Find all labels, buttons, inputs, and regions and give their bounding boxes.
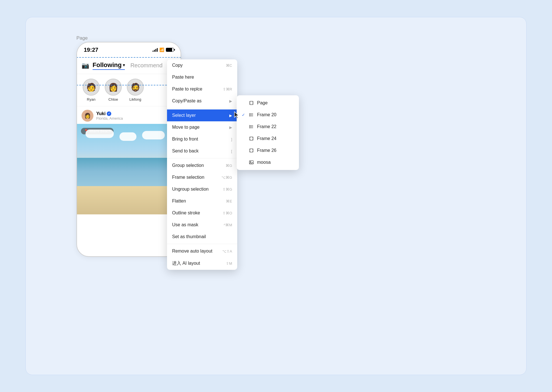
following-label: Following bbox=[93, 61, 122, 69]
phone-mockup: 19:27 📶 📷 Following ▾ Recom bbox=[76, 42, 181, 257]
svg-point-24 bbox=[250, 161, 251, 162]
outline-stroke-shortcut: ⇧⌘O bbox=[222, 211, 232, 215]
ctx-move-to-page[interactable]: Move to page ▶ bbox=[167, 121, 237, 133]
submenu-frame22[interactable]: ✓ Frame 22 bbox=[237, 121, 299, 133]
copy-paste-arrow-icon: ▶ bbox=[229, 99, 232, 103]
submenu-frame22-label: Frame 22 bbox=[257, 124, 276, 129]
submenu-page-label: Page bbox=[257, 100, 268, 105]
post-header: 👩 Yuki ✓ Florida, America bbox=[77, 106, 181, 124]
submenu-page[interactable]: ✓ Page bbox=[237, 97, 299, 109]
copy-paste-as-label: Copy/Paste as bbox=[172, 98, 202, 104]
use-as-mask-label: Use as mask bbox=[172, 222, 198, 227]
ctx-set-as-thumbnail[interactable]: Set as thumbnail bbox=[167, 231, 237, 243]
group-selection-shortcut: ⌘G bbox=[226, 163, 232, 168]
submenu-frame26-label: Frame 26 bbox=[257, 148, 276, 153]
beach-sand bbox=[77, 186, 181, 214]
ctx-group-selection[interactable]: Group selection ⌘G bbox=[167, 160, 237, 171]
select-layer-label: Select layer bbox=[172, 113, 196, 118]
paste-to-replace-shortcut: ⇧⌘R bbox=[223, 87, 232, 91]
status-time: 19:27 bbox=[84, 47, 98, 53]
use-as-mask-shortcut: ^⌘M bbox=[224, 223, 232, 227]
ctx-divider-2 bbox=[167, 158, 237, 158]
story-item[interactable]: 🧑 Ryan bbox=[83, 79, 100, 102]
ctx-send-to-back[interactable]: Send to back [ bbox=[167, 145, 237, 157]
set-as-thumbnail-label: Set as thumbnail bbox=[172, 234, 206, 239]
frame-icon bbox=[249, 136, 254, 141]
story-name-likfong: Likfong bbox=[129, 97, 141, 102]
wifi-icon: 📶 bbox=[159, 48, 164, 52]
svg-rect-13 bbox=[250, 137, 253, 140]
story-name-ryan: Ryan bbox=[87, 97, 95, 102]
ctx-frame-selection[interactable]: Frame selection ⌥⌘G bbox=[167, 171, 237, 183]
stories-row: 🧑 Ryan 👩 Chloe 🧔 Likfong bbox=[77, 74, 181, 106]
send-to-back-shortcut: [ bbox=[231, 149, 232, 153]
beach-image: 📍 Miami Beach bbox=[77, 124, 181, 214]
ai-layout-label: 进入 AI layout bbox=[172, 260, 200, 266]
svg-rect-0 bbox=[250, 101, 253, 105]
ctx-copy-paste-as[interactable]: Copy/Paste as ▶ bbox=[167, 95, 237, 107]
phone-nav: 📷 Following ▾ Recommend ⛶ bbox=[77, 57, 181, 74]
nav-recommend-tab[interactable]: Recommend bbox=[130, 62, 167, 69]
ctx-remove-auto-layout[interactable]: Remove auto layout ⌥⇧A bbox=[167, 245, 237, 257]
ctx-select-layer[interactable]: Select layer ▶ bbox=[167, 109, 237, 121]
nav-following-tab[interactable]: Following ▾ bbox=[93, 61, 125, 70]
move-to-page-arrow-icon: ▶ bbox=[229, 125, 232, 130]
ctx-flatten[interactable]: Flatten ⌘E bbox=[167, 195, 237, 207]
bring-to-front-shortcut: ] bbox=[231, 137, 232, 141]
submenu-frame24-label: Frame 24 bbox=[257, 136, 276, 141]
ungroup-selection-shortcut: ⇧⌘G bbox=[222, 187, 232, 191]
story-name-chloe: Chloe bbox=[108, 97, 118, 102]
frame-icon bbox=[249, 148, 254, 153]
copy-shortcut: ⌘C bbox=[226, 63, 232, 68]
remove-auto-layout-label: Remove auto layout bbox=[172, 249, 212, 254]
story-avatar-ryan: 🧑 bbox=[83, 79, 100, 96]
context-menu: Copy ⌘C Paste here Paste to replce ⇧⌘R C… bbox=[167, 59, 237, 270]
chevron-down-icon: ▾ bbox=[123, 63, 125, 67]
post-username: Yuki ✓ bbox=[96, 111, 176, 116]
submenu-frame24[interactable]: ✓ Frame 24 bbox=[237, 133, 299, 145]
story-avatar-likfong: 🧔 bbox=[127, 79, 144, 96]
bring-to-front-label: Bring to front bbox=[172, 137, 198, 142]
status-bar: 19:27 📶 bbox=[77, 42, 181, 57]
page-label: Page bbox=[76, 35, 88, 41]
submenu-select-layer: ✓ Page ✓ Frame 20 ✓ bbox=[237, 95, 299, 170]
copy-label: Copy bbox=[172, 63, 183, 68]
story-item[interactable]: 🧔 Likfong bbox=[127, 79, 144, 102]
story-item[interactable]: 👩 Chloe bbox=[105, 79, 122, 102]
battery-icon bbox=[166, 48, 174, 52]
verified-badge: ✓ bbox=[107, 111, 111, 116]
ctx-paste-to-replace[interactable]: Paste to replce ⇧⌘R bbox=[167, 83, 237, 95]
frame-list-icon bbox=[249, 112, 254, 118]
submenu-moosa[interactable]: ✓ moosa bbox=[237, 156, 299, 168]
group-selection-label: Group selection bbox=[172, 163, 204, 168]
camera-icon: 📷 bbox=[82, 62, 89, 69]
select-layer-arrow-icon: ▶ bbox=[229, 113, 232, 118]
ctx-use-as-mask[interactable]: Use as mask ^⌘M bbox=[167, 219, 237, 231]
paste-to-replace-label: Paste to replce bbox=[172, 87, 202, 92]
frame-selection-label: Frame selection bbox=[172, 175, 204, 180]
submenu-moosa-label: moosa bbox=[257, 160, 271, 165]
remove-auto-layout-shortcut: ⌥⇧A bbox=[222, 249, 232, 253]
signal-icon bbox=[153, 48, 158, 52]
ctx-paste-here[interactable]: Paste here bbox=[167, 71, 237, 83]
send-to-back-label: Send to back bbox=[172, 148, 198, 154]
phone-frame: 19:27 📶 📷 Following ▾ Recom bbox=[76, 42, 181, 257]
flatten-label: Flatten bbox=[172, 199, 186, 204]
ctx-ai-layout[interactable]: 进入 AI layout ⇧M bbox=[167, 257, 237, 270]
paste-here-label: Paste here bbox=[172, 75, 194, 80]
submenu-frame20-label: Frame 20 bbox=[257, 112, 276, 117]
ctx-bring-to-front[interactable]: Bring to front ] bbox=[167, 133, 237, 145]
frame-list-icon bbox=[249, 124, 254, 130]
submenu-frame26[interactable]: ✓ Frame 26 bbox=[237, 145, 299, 156]
move-to-page-label: Move to page bbox=[172, 125, 200, 130]
frame-icon bbox=[249, 100, 254, 106]
ctx-outline-stroke[interactable]: Outline stroke ⇧⌘O bbox=[167, 207, 237, 219]
story-avatar-chloe: 👩 bbox=[105, 79, 122, 96]
submenu-frame20[interactable]: ✓ Frame 20 bbox=[237, 109, 299, 121]
ctx-copy[interactable]: Copy ⌘C bbox=[167, 59, 237, 71]
beach-clouds bbox=[77, 130, 181, 141]
svg-rect-18 bbox=[250, 149, 253, 152]
image-icon bbox=[249, 160, 254, 165]
ctx-ungroup-selection[interactable]: Ungroup selection ⇧⌘G bbox=[167, 183, 237, 195]
check-mark-icon: ✓ bbox=[242, 113, 245, 117]
